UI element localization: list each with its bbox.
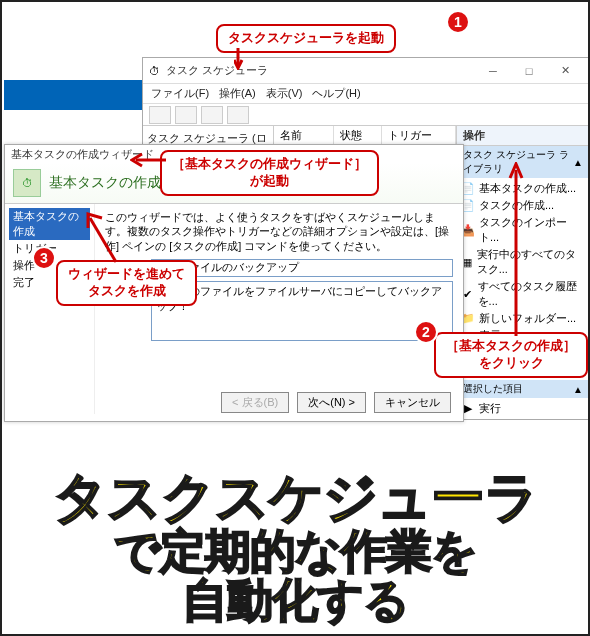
toolbar-btn-3[interactable] bbox=[201, 106, 223, 124]
toolbar-btn-4[interactable] bbox=[227, 106, 249, 124]
toolbar-btn-1[interactable] bbox=[149, 106, 171, 124]
actions-list-selected: ▶実行 bbox=[457, 398, 589, 419]
back-button[interactable]: < 戻る(B) bbox=[221, 392, 289, 413]
toolbar-btn-2[interactable] bbox=[175, 106, 197, 124]
headline-line-2: で定期的な作業を bbox=[2, 527, 588, 577]
maximize-button[interactable]: □ bbox=[511, 65, 547, 77]
close-button[interactable]: ✕ bbox=[547, 64, 583, 77]
col-status[interactable]: 状態 bbox=[334, 126, 382, 145]
menu-action[interactable]: 操作(A) bbox=[219, 86, 256, 101]
headline: タスクスケジューラ で定期的な作業を 自動化する bbox=[2, 468, 588, 626]
arrow-icon bbox=[234, 44, 264, 70]
callout-3: ウィザードを進めて タスクを作成 bbox=[56, 260, 197, 306]
titlebar: ⏱ タスク スケジューラ ─ □ ✕ bbox=[143, 58, 589, 84]
menu-view[interactable]: 表示(V) bbox=[266, 86, 303, 101]
wizard-step-create[interactable]: 基本タスクの作成 bbox=[9, 208, 90, 240]
wizard-steps: 基本タスクの作成 トリガー 操作 完了 bbox=[5, 204, 95, 414]
svg-line-2 bbox=[90, 218, 116, 262]
col-trigger[interactable]: トリガー bbox=[382, 126, 456, 145]
arrow-icon bbox=[506, 162, 546, 342]
arrow-icon bbox=[130, 150, 170, 170]
wizard-buttons: < 戻る(B) 次へ(N) > キャンセル bbox=[221, 392, 451, 413]
arrow-icon bbox=[84, 212, 124, 268]
action-run[interactable]: ▶実行 bbox=[459, 400, 587, 417]
menu-help[interactable]: ヘルプ(H) bbox=[312, 86, 360, 101]
callout-2: ［基本タスクの作成ウィザード］ が起動 bbox=[160, 150, 379, 196]
badge-2: 2 bbox=[414, 320, 438, 344]
clock-icon: ⏱ bbox=[149, 65, 160, 77]
wizard-form: このウィザードでは、よく使うタスクをすばやくスケジュールします。複数のタスク操作… bbox=[95, 204, 463, 414]
headline-line-1: タスクスケジューラ bbox=[2, 468, 588, 526]
badge-3: 3 bbox=[32, 246, 56, 270]
badge-1: 1 bbox=[446, 10, 470, 34]
window-title: タスク スケジューラ bbox=[166, 63, 475, 78]
actions-pane-title: 操作 bbox=[457, 126, 589, 146]
wizard-banner-icon: ⏱ bbox=[13, 169, 41, 197]
menubar: ファイル(F) 操作(A) 表示(V) ヘルプ(H) bbox=[143, 84, 589, 104]
col-name[interactable]: 名前 bbox=[274, 126, 334, 145]
cancel-button[interactable]: キャンセル bbox=[374, 392, 451, 413]
next-button[interactable]: 次へ(N) > bbox=[297, 392, 366, 413]
minimize-button[interactable]: ─ bbox=[475, 65, 511, 77]
chevron-up-icon[interactable]: ▲ bbox=[573, 384, 583, 395]
menu-file[interactable]: ファイル(F) bbox=[151, 86, 209, 101]
wizard-banner-text: 基本タスクの作成 bbox=[49, 174, 161, 192]
actions-group-selected: 選択した項目 ▲ bbox=[457, 380, 589, 398]
toolbar bbox=[143, 104, 589, 126]
chevron-up-icon[interactable]: ▲ bbox=[573, 157, 583, 168]
wizard-description: このウィザードでは、よく使うタスクをすばやくスケジュールします。複数のタスク操作… bbox=[105, 210, 453, 253]
headline-line-3: 自動化する bbox=[2, 576, 588, 626]
